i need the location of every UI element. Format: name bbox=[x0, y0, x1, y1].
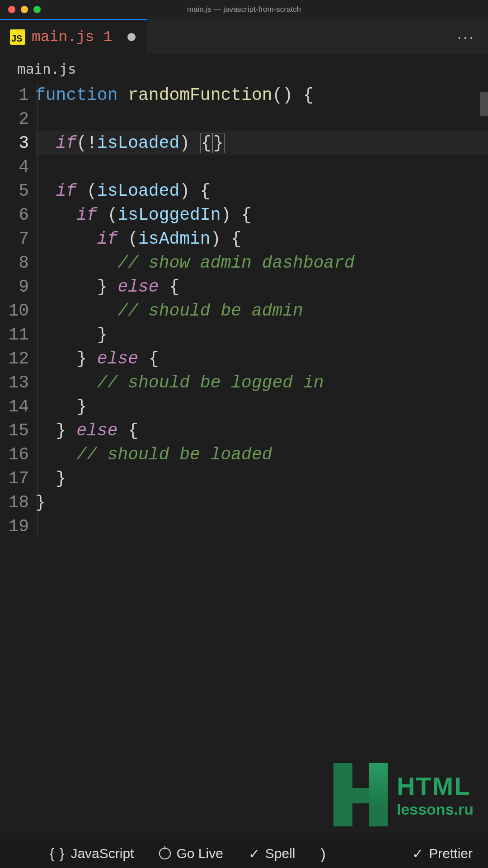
status-spell-label: Spell bbox=[265, 846, 296, 861]
broadcast-icon bbox=[159, 848, 171, 859]
status-go-live[interactable]: Go Live bbox=[159, 846, 223, 861]
check-icon bbox=[412, 846, 423, 862]
line-number[interactable]: 12 bbox=[0, 347, 29, 371]
indent-guide bbox=[37, 83, 38, 538]
window-controls bbox=[0, 6, 41, 13]
javascript-file-icon: JS bbox=[10, 29, 25, 45]
zoom-window-button[interactable] bbox=[33, 6, 41, 13]
code-line[interactable]: } bbox=[35, 323, 488, 347]
code-line[interactable]: // should be logged in bbox=[35, 371, 488, 395]
line-number[interactable]: 4 bbox=[0, 155, 29, 179]
check-icon bbox=[249, 846, 260, 862]
status-go-live-label: Go Live bbox=[176, 846, 223, 861]
line-number[interactable]: 7 bbox=[0, 227, 29, 251]
line-number[interactable]: 14 bbox=[0, 395, 29, 419]
breadcrumb-segment: main.js bbox=[17, 61, 76, 77]
code-line[interactable]: } bbox=[35, 395, 488, 419]
status-unknown[interactable] bbox=[321, 845, 326, 863]
line-number[interactable]: 17 bbox=[0, 467, 29, 491]
minimize-window-button[interactable] bbox=[21, 6, 28, 13]
code-line[interactable]: } bbox=[35, 491, 488, 514]
code-line[interactable]: if (isLoggedIn) { bbox=[35, 203, 488, 227]
line-number[interactable]: 16 bbox=[0, 443, 29, 467]
line-number[interactable]: 8 bbox=[0, 251, 29, 275]
code-line[interactable]: // should be admin bbox=[35, 299, 488, 323]
code-line[interactable]: function randomFunction() { bbox=[35, 83, 488, 107]
line-number[interactable]: 18 bbox=[0, 491, 29, 514]
watermark-line1: HTML bbox=[397, 771, 474, 801]
watermark-logo: HTML lessons.ru bbox=[333, 763, 474, 826]
line-number[interactable]: 5 bbox=[0, 179, 29, 203]
status-prettier[interactable]: Prettier bbox=[412, 846, 473, 862]
tab-main-js[interactable]: JS main.js 1 bbox=[0, 19, 147, 54]
code-area[interactable]: function randomFunction() { if(!isLoaded… bbox=[35, 83, 488, 538]
scrollbar-thumb[interactable] bbox=[480, 92, 488, 116]
code-line[interactable]: // show admin dashboard bbox=[35, 251, 488, 275]
paren-icon bbox=[321, 845, 326, 863]
braces-icon bbox=[50, 846, 65, 861]
status-language[interactable]: JavaScript bbox=[50, 846, 134, 861]
code-line[interactable]: if (isAdmin) { bbox=[35, 227, 488, 251]
line-number[interactable]: 2 bbox=[0, 107, 29, 131]
line-number[interactable]: 13 bbox=[0, 371, 29, 395]
line-number[interactable]: 3 bbox=[0, 131, 29, 155]
code-line[interactable]: if(!isLoaded) {} bbox=[35, 131, 488, 155]
breadcrumb[interactable]: main.js bbox=[0, 54, 488, 83]
code-line[interactable]: // should be loaded bbox=[35, 443, 488, 467]
line-number[interactable]: 19 bbox=[0, 514, 29, 538]
tab-problem-count: 1 bbox=[103, 29, 113, 46]
status-prettier-label: Prettier bbox=[429, 846, 473, 861]
status-language-label: JavaScript bbox=[70, 846, 134, 861]
code-line[interactable] bbox=[35, 155, 488, 179]
code-line[interactable]: } bbox=[35, 467, 488, 491]
tab-filename: main.js bbox=[32, 29, 94, 46]
line-number[interactable]: 6 bbox=[0, 203, 29, 227]
line-number-gutter[interactable]: 12345678910111213141516171819 bbox=[0, 83, 35, 538]
line-number[interactable]: 11 bbox=[0, 323, 29, 347]
code-line[interactable]: } else { bbox=[35, 275, 488, 299]
status-spell[interactable]: Spell bbox=[249, 846, 296, 862]
more-actions-button[interactable]: ··· bbox=[457, 28, 475, 46]
code-line[interactable]: } else { bbox=[35, 347, 488, 371]
status-bar: JavaScript Go Live Spell Prettier bbox=[0, 839, 488, 868]
line-number[interactable]: 10 bbox=[0, 299, 29, 323]
logo-h-icon bbox=[333, 763, 388, 826]
titlebar: main.js — javascript-from-scratch bbox=[0, 0, 488, 19]
close-window-button[interactable] bbox=[8, 6, 15, 13]
line-number[interactable]: 15 bbox=[0, 419, 29, 443]
code-line[interactable]: } else { bbox=[35, 419, 488, 443]
code-line[interactable] bbox=[35, 514, 488, 538]
window-title: main.js — javascript-from-scratch bbox=[0, 5, 488, 14]
code-line[interactable]: if (isLoaded) { bbox=[35, 179, 488, 203]
tab-bar: JS main.js 1 ··· bbox=[0, 19, 488, 54]
line-number[interactable]: 1 bbox=[0, 83, 29, 107]
code-editor[interactable]: 12345678910111213141516171819 function r… bbox=[0, 83, 488, 538]
unsaved-indicator-icon bbox=[127, 33, 136, 41]
watermark-line2: lessons.ru bbox=[397, 801, 474, 818]
code-line[interactable] bbox=[35, 107, 488, 131]
line-number[interactable]: 9 bbox=[0, 275, 29, 299]
